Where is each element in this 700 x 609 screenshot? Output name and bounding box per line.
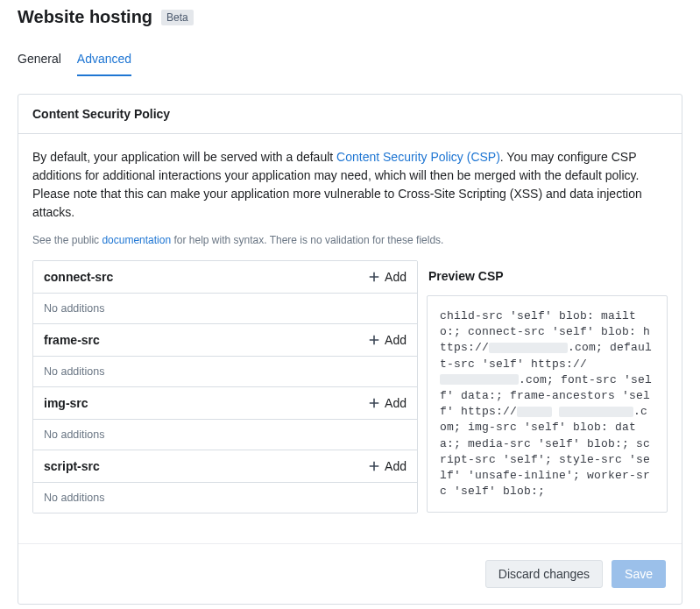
redacted-domain xyxy=(559,407,633,417)
preview-text-4: .com; img-src 'self' blob: data:; media-… xyxy=(440,405,650,498)
directive-header-frame-src: frame-src Add xyxy=(33,324,417,357)
tab-advanced[interactable]: Advanced xyxy=(77,52,131,76)
page-title: Website hosting xyxy=(18,7,152,27)
directive-header-img-src: img-src Add xyxy=(33,387,417,420)
csp-card-body: By default, your application will be ser… xyxy=(18,134,682,528)
tab-bar: General Advanced xyxy=(18,32,682,76)
csp-card-header: Content Security Policy xyxy=(18,95,682,134)
add-script-src-button[interactable]: Add xyxy=(368,459,407,473)
csp-preview: child-src 'self' blob: mailto:; connect-… xyxy=(427,295,668,513)
add-frame-src-button[interactable]: Add xyxy=(368,333,407,347)
csp-sub-pre: See the public xyxy=(32,234,102,246)
tab-general[interactable]: General xyxy=(18,52,61,76)
csp-description: By default, your application will be ser… xyxy=(32,148,668,222)
plus-icon xyxy=(368,334,380,346)
directive-name: frame-src xyxy=(44,333,100,347)
beta-badge: Beta xyxy=(161,10,194,25)
redacted-domain xyxy=(517,407,552,417)
directive-body-img-src: No additions xyxy=(33,420,417,450)
plus-icon xyxy=(368,271,380,283)
directive-header-script-src: script-src Add xyxy=(33,450,417,483)
redacted-domain xyxy=(489,343,568,353)
add-label: Add xyxy=(385,333,407,347)
directive-name: connect-src xyxy=(44,270,113,284)
preview-column: Preview CSP child-src 'self' blob: mailt… xyxy=(427,260,668,513)
directive-name: img-src xyxy=(44,396,88,410)
save-button[interactable]: Save xyxy=(612,560,666,588)
redacted-domain xyxy=(440,374,519,385)
page-header: Website hosting Beta xyxy=(18,0,682,32)
add-label: Add xyxy=(385,459,407,473)
csp-card: Content Security Policy By default, your… xyxy=(18,94,682,605)
csp-sub-post: for help with syntax. There is no valida… xyxy=(171,234,443,246)
plus-icon xyxy=(368,397,380,409)
csp-content-row: connect-src Add No additions frame-src A… xyxy=(32,260,668,513)
directives-list: connect-src Add No additions frame-src A… xyxy=(32,260,418,513)
directive-body-frame-src: No additions xyxy=(33,357,417,387)
plus-icon xyxy=(368,460,380,472)
directive-body-connect-src: No additions xyxy=(33,294,417,324)
csp-link[interactable]: Content Security Policy (CSP) xyxy=(336,150,500,164)
csp-desc-pre: By default, your application will be ser… xyxy=(32,150,336,164)
add-connect-src-button[interactable]: Add xyxy=(368,270,407,284)
preview-title: Preview CSP xyxy=(427,260,668,295)
card-footer: Discard changes Save xyxy=(18,543,682,604)
add-img-src-button[interactable]: Add xyxy=(368,396,407,410)
directive-name: script-src xyxy=(44,459,100,473)
discard-button[interactable]: Discard changes xyxy=(485,560,603,588)
csp-subdescription: See the public documentation for help wi… xyxy=(32,234,668,246)
add-label: Add xyxy=(385,270,407,284)
directive-header-connect-src: connect-src Add xyxy=(33,261,417,294)
documentation-link[interactable]: documentation xyxy=(102,234,171,246)
add-label: Add xyxy=(385,396,407,410)
directive-body-script-src: No additions xyxy=(33,483,417,513)
